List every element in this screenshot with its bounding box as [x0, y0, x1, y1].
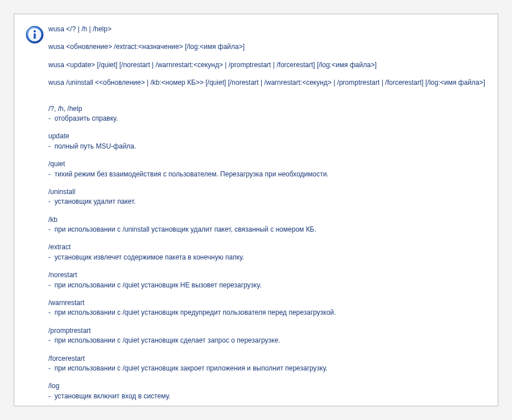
- option-name: /uninstall: [48, 187, 486, 197]
- option-desc: при использовании с /quiet установщик пр…: [48, 308, 486, 318]
- option-desc: полный путь MSU-файла.: [48, 142, 486, 151]
- svg-point-3: [34, 30, 36, 32]
- option-name: /norestart: [48, 270, 486, 280]
- option-desc: отобразить справку.: [48, 114, 486, 123]
- option-desc: установщик извлечет содержимое пакета в …: [48, 253, 486, 262]
- svg-rect-2: [34, 34, 36, 39]
- option-name: /promptrestart: [48, 326, 486, 336]
- option-name: update: [48, 131, 486, 141]
- option-item: /promptrestart при использовании с /quie…: [48, 326, 486, 346]
- option-name: /warnrestart: [48, 298, 486, 308]
- option-name: /quiet: [48, 159, 486, 169]
- option-name: /kb: [48, 215, 486, 225]
- usage-line: wusa </? | /h | /help>: [48, 24, 486, 34]
- usage-line: wusa /uninstall <<обновление> | /kb:<ном…: [48, 78, 486, 88]
- option-name: /log: [48, 381, 486, 391]
- option-desc: установщик удалит пакет.: [48, 197, 486, 207]
- usage-block: wusa </? | /h | /help> wusa <обновление>…: [48, 24, 486, 88]
- option-desc: при использовании с /quiet установщик за…: [48, 364, 486, 373]
- option-item: /?, /h, /help отобразить справку.: [48, 104, 486, 124]
- option-item: /norestart при использовании с /quiet ус…: [48, 270, 486, 290]
- help-body: wusa </? | /h | /help> wusa <обновление>…: [48, 24, 486, 409]
- option-name: /extract: [48, 242, 486, 252]
- option-desc: установщик включит вход в систему.: [48, 392, 486, 401]
- option-name: /?, /h, /help: [48, 104, 486, 114]
- option-item: update полный путь MSU-файла.: [48, 131, 486, 151]
- help-dialog: wusa </? | /h | /help> wusa <обновление>…: [14, 14, 498, 406]
- option-name: /forcerestart: [48, 354, 486, 364]
- option-item: /log установщик включит вход в систему.: [48, 381, 486, 401]
- usage-line: wusa <обновление> /extract:<назначение> …: [48, 42, 486, 52]
- info-icon: [26, 26, 48, 44]
- option-item: /kb при использовании с /uninstall устан…: [48, 215, 486, 235]
- option-desc: при использовании с /quiet установщик сд…: [48, 336, 486, 345]
- option-item: /forcerestart при использовании с /quiet…: [48, 354, 486, 374]
- usage-line: wusa <update> [/quiet] [/norestart | /wa…: [48, 60, 486, 70]
- option-item: /quiet тихий режим без взаимодействия с …: [48, 159, 486, 179]
- options-list: /?, /h, /help отобразить справку. update…: [48, 104, 486, 402]
- option-desc: при использовании с /uninstall установщи…: [48, 225, 486, 234]
- option-desc: тихий режим без взаимодействия с пользов…: [48, 170, 486, 179]
- option-item: /uninstall установщик удалит пакет.: [48, 187, 486, 207]
- option-desc: при использовании с /quiet установщик НЕ…: [48, 281, 486, 290]
- option-item: /warnrestart при использовании с /quiet …: [48, 298, 486, 318]
- option-item: /extract установщик извлечет содержимое …: [48, 242, 486, 262]
